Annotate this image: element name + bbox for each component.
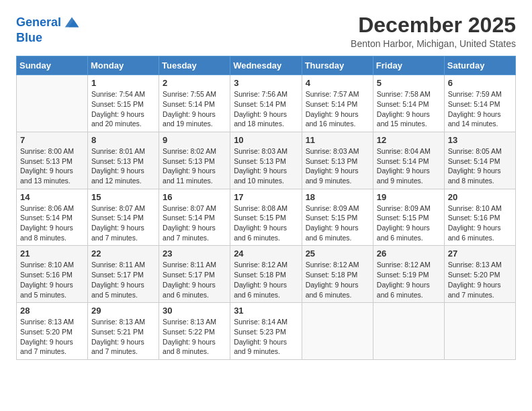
day-cell: 17Sunrise: 8:08 AMSunset: 5:15 PMDayligh… xyxy=(230,189,302,246)
day-cell: 26Sunrise: 8:12 AMSunset: 5:19 PMDayligh… xyxy=(373,246,444,303)
day-info: Sunrise: 8:05 AMSunset: 5:14 PMDaylight:… xyxy=(448,146,512,186)
day-cell: 15Sunrise: 8:07 AMSunset: 5:14 PMDayligh… xyxy=(88,189,159,246)
day-number: 8 xyxy=(91,135,155,145)
day-info: Sunrise: 7:55 AMSunset: 5:14 PMDaylight:… xyxy=(163,89,226,129)
weekday-header-saturday: Saturday xyxy=(444,56,515,75)
day-info: Sunrise: 8:10 AMSunset: 5:16 PMDaylight:… xyxy=(448,203,512,243)
day-info: Sunrise: 7:58 AMSunset: 5:14 PMDaylight:… xyxy=(377,89,441,129)
day-cell: 4Sunrise: 7:57 AMSunset: 5:14 PMDaylight… xyxy=(302,75,373,132)
day-number: 6 xyxy=(448,78,512,88)
day-info: Sunrise: 8:07 AMSunset: 5:14 PMDaylight:… xyxy=(91,203,155,243)
day-info: Sunrise: 8:07 AMSunset: 5:14 PMDaylight:… xyxy=(163,203,226,243)
day-number: 20 xyxy=(448,192,512,202)
week-row-4: 21Sunrise: 8:10 AMSunset: 5:16 PMDayligh… xyxy=(17,246,516,303)
weekday-header-monday: Monday xyxy=(88,56,159,75)
day-cell: 8Sunrise: 8:01 AMSunset: 5:13 PMDaylight… xyxy=(88,132,159,189)
day-cell: 11Sunrise: 8:03 AMSunset: 5:13 PMDayligh… xyxy=(302,132,373,189)
day-number: 19 xyxy=(377,192,441,202)
day-cell: 12Sunrise: 8:04 AMSunset: 5:14 PMDayligh… xyxy=(373,132,444,189)
day-cell: 24Sunrise: 8:12 AMSunset: 5:18 PMDayligh… xyxy=(230,246,302,303)
day-cell xyxy=(373,303,444,360)
day-info: Sunrise: 8:13 AMSunset: 5:20 PMDaylight:… xyxy=(448,260,512,300)
weekday-header-thursday: Thursday xyxy=(302,56,373,75)
day-cell: 22Sunrise: 8:11 AMSunset: 5:17 PMDayligh… xyxy=(88,246,159,303)
day-cell xyxy=(17,75,88,132)
day-number: 10 xyxy=(234,135,298,145)
day-info: Sunrise: 8:10 AMSunset: 5:16 PMDaylight:… xyxy=(20,260,84,300)
day-cell: 7Sunrise: 8:00 AMSunset: 5:13 PMDaylight… xyxy=(17,132,88,189)
day-cell: 30Sunrise: 8:13 AMSunset: 5:22 PMDayligh… xyxy=(159,303,230,360)
day-info: Sunrise: 8:14 AMSunset: 5:23 PMDaylight:… xyxy=(234,317,298,357)
day-cell: 16Sunrise: 8:07 AMSunset: 5:14 PMDayligh… xyxy=(159,189,230,246)
day-cell: 1Sunrise: 7:54 AMSunset: 5:15 PMDaylight… xyxy=(88,75,159,132)
day-number: 5 xyxy=(377,78,441,88)
day-cell: 23Sunrise: 8:11 AMSunset: 5:17 PMDayligh… xyxy=(159,246,230,303)
day-info: Sunrise: 7:54 AMSunset: 5:15 PMDaylight:… xyxy=(91,89,155,129)
day-info: Sunrise: 8:12 AMSunset: 5:18 PMDaylight:… xyxy=(234,260,298,300)
day-cell: 31Sunrise: 8:14 AMSunset: 5:23 PMDayligh… xyxy=(230,303,302,360)
day-info: Sunrise: 8:03 AMSunset: 5:13 PMDaylight:… xyxy=(306,146,369,186)
logo: General Blue xyxy=(16,13,81,45)
day-info: Sunrise: 8:12 AMSunset: 5:18 PMDaylight:… xyxy=(306,260,369,300)
day-cell: 18Sunrise: 8:09 AMSunset: 5:15 PMDayligh… xyxy=(302,189,373,246)
day-number: 4 xyxy=(306,78,369,88)
day-number: 18 xyxy=(306,192,369,202)
day-number: 22 xyxy=(91,248,155,259)
day-cell xyxy=(444,303,515,360)
day-number: 17 xyxy=(234,192,298,202)
day-cell: 25Sunrise: 8:12 AMSunset: 5:18 PMDayligh… xyxy=(302,246,373,303)
month-title: December 2025 xyxy=(351,13,516,37)
week-row-3: 14Sunrise: 8:06 AMSunset: 5:14 PMDayligh… xyxy=(17,189,516,246)
day-info: Sunrise: 8:09 AMSunset: 5:15 PMDaylight:… xyxy=(377,203,441,243)
day-info: Sunrise: 8:13 AMSunset: 5:21 PMDaylight:… xyxy=(91,317,155,357)
weekday-header-wednesday: Wednesday xyxy=(230,56,302,75)
day-cell: 29Sunrise: 8:13 AMSunset: 5:21 PMDayligh… xyxy=(88,303,159,360)
day-info: Sunrise: 8:06 AMSunset: 5:14 PMDaylight:… xyxy=(20,203,84,243)
day-number: 30 xyxy=(163,306,226,316)
day-cell: 27Sunrise: 8:13 AMSunset: 5:20 PMDayligh… xyxy=(444,246,515,303)
day-number: 25 xyxy=(306,248,369,259)
day-number: 2 xyxy=(163,78,226,88)
day-number: 14 xyxy=(20,192,84,202)
day-number: 11 xyxy=(306,135,369,145)
day-info: Sunrise: 8:09 AMSunset: 5:15 PMDaylight:… xyxy=(306,203,369,243)
week-row-2: 7Sunrise: 8:00 AMSunset: 5:13 PMDaylight… xyxy=(17,132,516,189)
day-number: 23 xyxy=(163,248,226,259)
weekday-header-tuesday: Tuesday xyxy=(159,56,230,75)
calendar-table: SundayMondayTuesdayWednesdayThursdayFrid… xyxy=(16,56,516,360)
day-info: Sunrise: 8:11 AMSunset: 5:17 PMDaylight:… xyxy=(91,260,155,300)
day-cell: 13Sunrise: 8:05 AMSunset: 5:14 PMDayligh… xyxy=(444,132,515,189)
day-cell xyxy=(302,303,373,360)
day-cell: 21Sunrise: 8:10 AMSunset: 5:16 PMDayligh… xyxy=(17,246,88,303)
day-number: 7 xyxy=(20,135,84,145)
day-info: Sunrise: 8:11 AMSunset: 5:17 PMDaylight:… xyxy=(163,260,226,300)
day-cell: 9Sunrise: 8:02 AMSunset: 5:13 PMDaylight… xyxy=(159,132,230,189)
logo-blue: Blue xyxy=(16,31,81,45)
weekday-header-row: SundayMondayTuesdayWednesdayThursdayFrid… xyxy=(17,56,516,75)
day-number: 12 xyxy=(377,135,441,145)
title-area: December 2025 Benton Harbor, Michigan, U… xyxy=(351,13,516,49)
day-number: 29 xyxy=(91,306,155,316)
day-number: 9 xyxy=(163,135,226,145)
weekday-header-friday: Friday xyxy=(373,56,444,75)
week-row-1: 1Sunrise: 7:54 AMSunset: 5:15 PMDaylight… xyxy=(17,75,516,132)
day-info: Sunrise: 7:56 AMSunset: 5:14 PMDaylight:… xyxy=(234,89,298,129)
page-header: General Blue December 2025 Benton Harbor… xyxy=(16,13,516,49)
day-number: 24 xyxy=(234,248,298,259)
day-number: 27 xyxy=(448,248,512,259)
day-info: Sunrise: 7:57 AMSunset: 5:14 PMDaylight:… xyxy=(306,89,369,129)
day-cell: 6Sunrise: 7:59 AMSunset: 5:14 PMDaylight… xyxy=(444,75,515,132)
day-info: Sunrise: 8:03 AMSunset: 5:13 PMDaylight:… xyxy=(234,146,298,186)
day-number: 26 xyxy=(377,248,441,259)
day-number: 15 xyxy=(91,192,155,202)
day-info: Sunrise: 8:04 AMSunset: 5:14 PMDaylight:… xyxy=(377,146,441,186)
day-info: Sunrise: 8:01 AMSunset: 5:13 PMDaylight:… xyxy=(91,146,155,186)
day-cell: 20Sunrise: 8:10 AMSunset: 5:16 PMDayligh… xyxy=(444,189,515,246)
day-cell: 3Sunrise: 7:56 AMSunset: 5:14 PMDaylight… xyxy=(230,75,302,132)
day-number: 1 xyxy=(91,78,155,88)
day-number: 13 xyxy=(448,135,512,145)
day-number: 3 xyxy=(234,78,298,88)
day-number: 28 xyxy=(20,306,84,316)
day-number: 31 xyxy=(234,306,298,316)
day-number: 16 xyxy=(163,192,226,202)
